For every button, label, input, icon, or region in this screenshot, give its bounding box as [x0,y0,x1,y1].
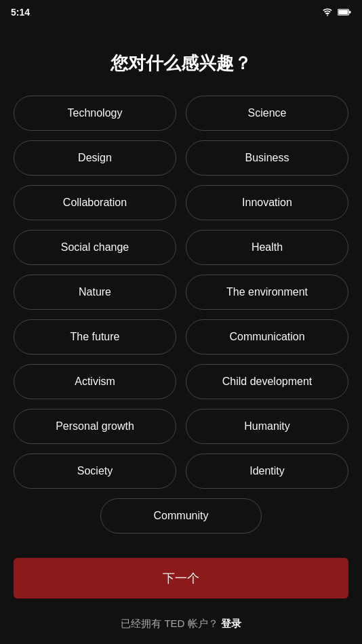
topic-btn-child-development[interactable]: Child development [186,364,348,399]
status-icons [321,8,351,16]
topic-btn-activism[interactable]: Activism [14,364,176,399]
footer-login: 已经拥有 TED 帐户？ 登录 [121,618,241,644]
community-row: Community [0,498,362,534]
svg-rect-1 [338,10,348,14]
topics-grid: TechnologyScienceDesignBusinessCollabora… [0,96,362,489]
page-title: 您对什么感兴趣？ [110,52,252,75]
topic-btn-collaboration[interactable]: Collaboration [14,185,176,220]
topic-btn-social-change[interactable]: Social change [14,230,176,265]
topic-btn-health[interactable]: Health [186,230,348,265]
topic-btn-identity[interactable]: Identity [186,454,348,489]
topic-btn-technology[interactable]: Technology [14,96,176,131]
battery-icon [338,8,351,16]
topic-btn-communication[interactable]: Communication [186,319,348,355]
footer-text: 已经拥有 TED 帐户？ [121,618,218,629]
topic-btn-business[interactable]: Business [186,140,348,176]
topic-btn-the-environment[interactable]: The environment [186,275,348,310]
topic-btn-the-future[interactable]: The future [14,319,176,355]
topic-btn-humanity[interactable]: Humanity [186,409,348,444]
topic-btn-society[interactable]: Society [14,454,176,489]
topic-btn-nature[interactable]: Nature [14,275,176,310]
status-time: 5:14 [11,7,30,18]
topic-btn-community[interactable]: Community [100,498,261,534]
next-button[interactable]: 下一个 [14,558,348,599]
svg-rect-2 [349,11,351,13]
login-link[interactable]: 登录 [221,618,241,629]
topic-btn-innovation[interactable]: Innovation [186,185,348,220]
status-bar: 5:14 [0,0,362,24]
wifi-icon [321,8,334,16]
topic-btn-design[interactable]: Design [14,140,176,176]
topic-btn-personal-growth[interactable]: Personal growth [14,409,176,444]
topic-btn-science[interactable]: Science [186,96,348,131]
